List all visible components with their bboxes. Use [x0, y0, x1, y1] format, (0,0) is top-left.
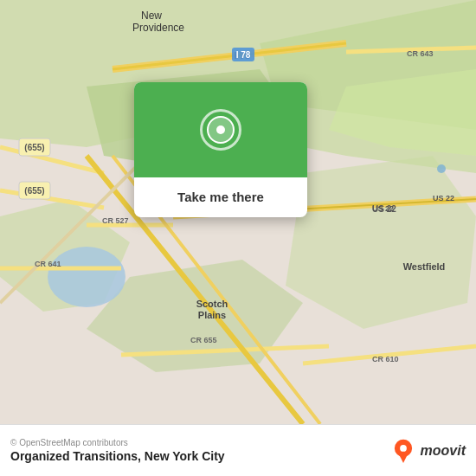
svg-text:CR 527: CR 527	[102, 216, 129, 225]
bottom-bar: © OpenStreetMap contributors Organized T…	[0, 424, 476, 476]
moovit-logo: moovit	[391, 439, 466, 463]
svg-text:(655): (655)	[24, 143, 44, 152]
moovit-text: moovit	[421, 443, 466, 459]
location-pin-outer	[200, 109, 241, 151]
svg-point-8	[48, 247, 125, 307]
svg-text:New: New	[141, 10, 162, 22]
take-me-there-button[interactable]: Take me there	[177, 190, 264, 204]
svg-marker-49	[399, 454, 407, 462]
svg-point-48	[400, 445, 407, 452]
svg-text:Plains: Plains	[198, 310, 226, 320]
svg-point-46	[437, 164, 446, 173]
location-popup: Take me there	[134, 82, 307, 217]
svg-text:CR 610: CR 610	[372, 355, 399, 363]
svg-text:Westfield: Westfield	[403, 261, 446, 272]
svg-text:US 22: US 22	[433, 194, 454, 203]
svg-text:US 22: US 22	[372, 204, 394, 213]
svg-text:CR 641: CR 641	[35, 260, 61, 268]
location-pin-dot	[216, 125, 225, 134]
popup-button-area[interactable]: Take me there	[134, 177, 307, 217]
location-pin-inner	[207, 116, 235, 144]
moovit-icon	[391, 439, 415, 463]
attribution-text: © OpenStreetMap contributors	[10, 438, 225, 447]
svg-text:CR 655: CR 655	[190, 336, 217, 344]
map-container: I 78 I 78 US 22 US 22 US 22 CR 622 CR 52…	[0, 0, 476, 424]
svg-text:I 78: I 78	[236, 50, 251, 60]
svg-text:CR 643: CR 643	[407, 49, 434, 58]
svg-text:Providence: Providence	[132, 22, 184, 34]
svg-text:Scotch: Scotch	[196, 299, 228, 309]
svg-text:(655): (655)	[24, 186, 44, 196]
popup-map-preview	[134, 82, 307, 177]
bottom-info: © OpenStreetMap contributors Organized T…	[10, 438, 225, 463]
location-name: Organized Transitions, New York City	[10, 449, 225, 463]
